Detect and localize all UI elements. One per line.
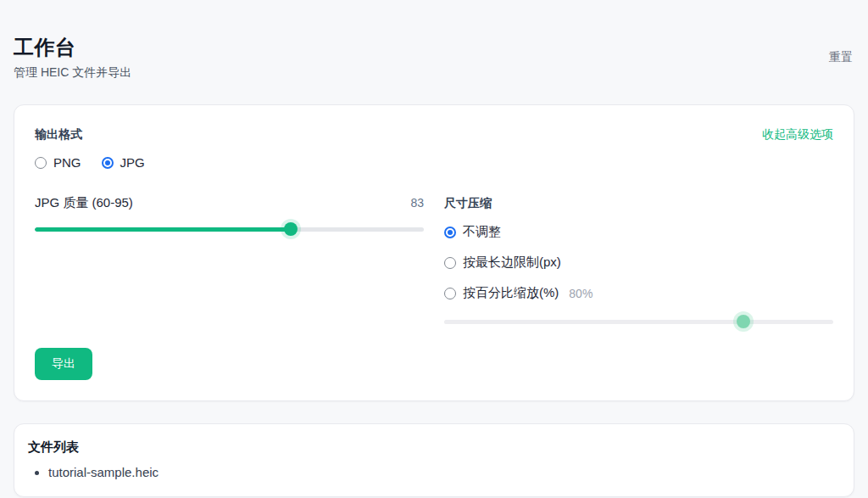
radio-option-limit-longest-side[interactable]: 按最长边限制(px) bbox=[444, 255, 833, 271]
radio-option-no-resize-label: 不调整 bbox=[463, 224, 501, 240]
radio-option-png[interactable]: PNG bbox=[35, 155, 81, 170]
jpg-quality-section: JPG 质量 (60-95) 83 bbox=[35, 195, 424, 328]
radio-option-jpg[interactable]: JPG bbox=[102, 155, 145, 170]
radio-option-no-resize[interactable]: 不调整 bbox=[444, 224, 833, 240]
radio-checked-icon bbox=[102, 157, 114, 169]
jpg-quality-label: JPG 质量 (60-95) bbox=[35, 195, 133, 211]
export-card-head: 输出格式 收起高级选项 bbox=[35, 127, 833, 143]
page-title: 工作台 bbox=[14, 34, 131, 61]
resize-label: 尺寸压缩 bbox=[444, 196, 492, 210]
radio-option-png-label: PNG bbox=[53, 155, 81, 170]
jpg-quality-slider[interactable] bbox=[35, 222, 424, 236]
file-list-title: 文件列表 bbox=[28, 439, 840, 456]
slider-track bbox=[444, 320, 833, 324]
page-header-titles: 工作台 管理 HEIC 文件并导出 bbox=[14, 34, 131, 81]
radio-checked-icon bbox=[444, 227, 456, 238]
radio-option-limit-longest-side-label: 按最长边限制(px) bbox=[463, 255, 561, 271]
jpg-quality-header: JPG 质量 (60-95) 83 bbox=[35, 195, 424, 211]
radio-unchecked-icon bbox=[444, 288, 456, 299]
file-list-card: 文件列表 tutorial-sample.heic bbox=[14, 423, 854, 497]
slider-thumb[interactable] bbox=[284, 222, 298, 236]
file-list: tutorial-sample.heic bbox=[28, 465, 840, 479]
radio-unchecked-icon bbox=[444, 257, 456, 269]
file-list-item: tutorial-sample.heic bbox=[48, 465, 840, 479]
slider-fill bbox=[444, 320, 743, 324]
scale-percent-value: 80% bbox=[569, 287, 593, 300]
radio-unchecked-icon bbox=[35, 157, 47, 169]
scale-percent-slider[interactable] bbox=[444, 315, 833, 328]
page-subtitle: 管理 HEIC 文件并导出 bbox=[14, 65, 131, 81]
output-format-radio-group: PNG JPG bbox=[35, 155, 833, 170]
slider-track bbox=[35, 227, 424, 232]
collapse-advanced-options-link[interactable]: 收起高级选项 bbox=[762, 127, 833, 143]
resize-section: 尺寸压缩 不调整 按最长边限制(px) 按百分比缩放(%) 80% bbox=[444, 195, 833, 328]
file-name: tutorial-sample.heic bbox=[48, 465, 159, 479]
workbench-page: 工作台 管理 HEIC 文件并导出 重置 输出格式 收起高级选项 PNG JPG bbox=[0, 34, 868, 497]
slider-fill bbox=[35, 227, 291, 232]
radio-option-jpg-label: JPG bbox=[120, 155, 145, 170]
export-settings-card: 输出格式 收起高级选项 PNG JPG JPG 质量 (60-95) 83 bbox=[14, 104, 854, 401]
radio-option-scale-percent-label: 按百分比缩放(%) bbox=[463, 285, 559, 301]
page-header: 工作台 管理 HEIC 文件并导出 重置 bbox=[14, 34, 854, 81]
export-button[interactable]: 导出 bbox=[35, 348, 92, 380]
output-format-label: 输出格式 bbox=[35, 127, 82, 143]
radio-option-scale-percent[interactable]: 按百分比缩放(%) 80% bbox=[444, 285, 833, 301]
advanced-options-grid: JPG 质量 (60-95) 83 尺寸压缩 不调整 bbox=[35, 195, 833, 328]
jpg-quality-value: 83 bbox=[410, 196, 424, 210]
slider-thumb[interactable] bbox=[737, 315, 750, 328]
reset-button[interactable]: 重置 bbox=[827, 47, 854, 69]
